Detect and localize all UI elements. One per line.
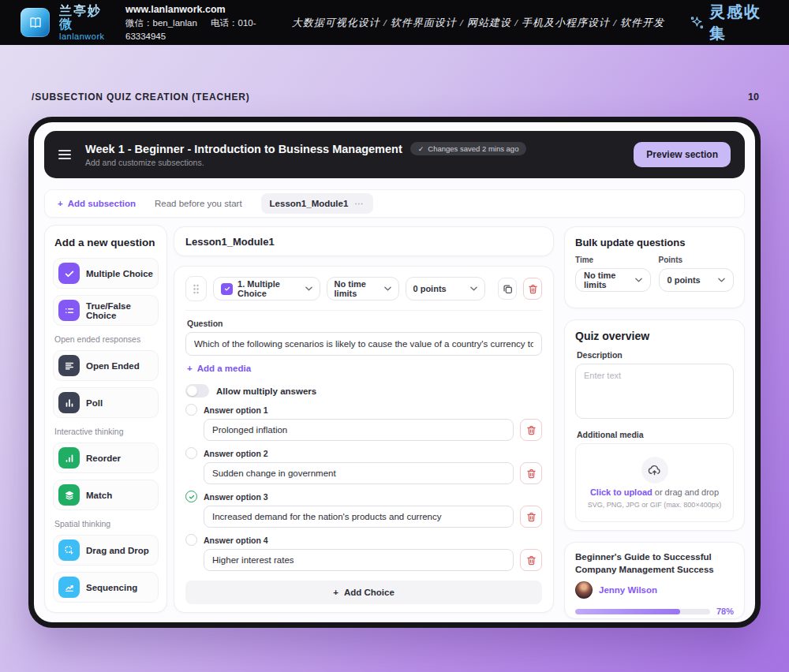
tab-read-before-you-start[interactable]: Read before you start bbox=[155, 199, 242, 208]
section-header: Week 1 - Beginner - Introduction to Busi… bbox=[44, 131, 745, 178]
delete-answer-2-button[interactable] bbox=[520, 462, 542, 484]
avatar bbox=[575, 581, 593, 599]
chevron-down-icon bbox=[635, 278, 642, 282]
app-frame: Week 1 - Beginner - Introduction to Busi… bbox=[28, 117, 761, 628]
allow-multiple-row: Allow multiply answers bbox=[185, 384, 542, 398]
answer-2-radio[interactable] bbox=[185, 447, 197, 459]
question-types-sidebar: Add a new question Multiple Choice True/… bbox=[44, 225, 167, 613]
ascending-bars-icon bbox=[58, 447, 80, 469]
answer-option-3-head: Answer option 3 bbox=[185, 491, 542, 502]
progress-fill bbox=[575, 609, 680, 614]
check-icon bbox=[189, 494, 195, 500]
subsection-tabs: + Add subsection Read before you start L… bbox=[44, 189, 745, 218]
delete-answer-1-button[interactable] bbox=[520, 419, 542, 441]
sparkle-icon bbox=[690, 14, 705, 32]
text-lines-icon bbox=[58, 355, 80, 376]
group-heading-spatial: Spatial thinking bbox=[54, 519, 159, 528]
answer-1-input[interactable] bbox=[204, 419, 514, 441]
chevron-down-icon bbox=[718, 278, 725, 282]
question-label: Question bbox=[187, 319, 542, 328]
question-input[interactable] bbox=[185, 332, 542, 356]
answer-option-2-row bbox=[204, 462, 542, 484]
bulk-update-card: Bulk update questions Time No time limit… bbox=[564, 226, 745, 308]
trash-icon bbox=[528, 284, 538, 294]
answer-3-input[interactable] bbox=[204, 506, 514, 528]
module-title-box[interactable]: Lesson1_Module1 bbox=[174, 226, 554, 256]
page: { "colors": { "accent_purple": "#7c55f2"… bbox=[0, 0, 789, 672]
chevron-down-icon bbox=[470, 286, 477, 291]
answer-1-radio[interactable] bbox=[185, 404, 197, 416]
delete-answer-4-button[interactable] bbox=[520, 549, 542, 571]
drag-handle[interactable] bbox=[185, 276, 207, 301]
description-textarea[interactable] bbox=[575, 364, 734, 419]
add-subsection-button[interactable]: + Add subsection bbox=[58, 199, 136, 208]
points-value: 0 points bbox=[413, 284, 466, 293]
section-subtitle: Add and customize subsections. bbox=[85, 158, 526, 167]
sidebar-heading: Add a new question bbox=[54, 237, 159, 248]
author-name[interactable]: Jenny Wilson bbox=[599, 585, 657, 595]
trash-icon bbox=[526, 512, 537, 522]
tab-active-label: Lesson1_Module1 bbox=[270, 199, 349, 208]
sidebar-item-match[interactable]: Match bbox=[53, 480, 159, 510]
answer-4-radio[interactable] bbox=[185, 534, 197, 546]
trash-icon bbox=[526, 425, 537, 435]
answer-option-4-head: Answer option 4 bbox=[185, 534, 542, 546]
more-options-icon[interactable]: ⋯ bbox=[354, 198, 365, 209]
brand-name-cn: 兰亭妙微 bbox=[59, 4, 108, 32]
wechat-id: 微信：ben_lanlan bbox=[125, 18, 197, 28]
add-choice-button[interactable]: + Add Choice bbox=[185, 581, 542, 604]
collection-title: 灵感收集 bbox=[709, 2, 768, 44]
group-heading-open-ended: Open ended responses bbox=[54, 334, 159, 344]
tab-lesson1-module1[interactable]: Lesson1_Module1 ⋯ bbox=[261, 193, 373, 214]
sidebar-item-poll[interactable]: Poll bbox=[53, 387, 159, 418]
preview-section-button[interactable]: Preview section bbox=[634, 142, 731, 167]
menu-icon[interactable] bbox=[58, 150, 71, 159]
chevron-down-icon bbox=[305, 286, 312, 291]
sidebar-item-sequencing[interactable]: Sequencing bbox=[53, 572, 159, 603]
copy-icon bbox=[503, 284, 513, 294]
sidebar-item-open-ended[interactable]: Open Ended bbox=[53, 350, 159, 381]
page-number: 10 bbox=[748, 91, 759, 103]
chevron-down-icon bbox=[384, 286, 391, 291]
answers-list: Answer option 1 Answer option 2 bbox=[185, 404, 542, 571]
bulk-time-select[interactable]: No time limits bbox=[575, 268, 651, 292]
answer-2-input[interactable] bbox=[204, 462, 514, 484]
progress-row: 78% bbox=[575, 607, 734, 616]
collection-block: 灵感收集 bbox=[690, 2, 768, 44]
progress-percentage: 78% bbox=[716, 607, 734, 616]
sidebar-item-multiple-choice[interactable]: Multiple Choice bbox=[53, 258, 159, 289]
brand-logo-icon bbox=[21, 8, 50, 37]
delete-answer-3-button[interactable] bbox=[520, 506, 542, 528]
upload-rest-text: or drag and drop bbox=[653, 487, 719, 497]
plus-icon: + bbox=[333, 588, 338, 597]
duplicate-question-button[interactable] bbox=[498, 278, 517, 300]
question-type-select[interactable]: 1. Multiple Choice bbox=[213, 277, 320, 301]
add-media-link[interactable]: + Add a media bbox=[187, 364, 251, 373]
saved-badge-text: Changes saved 2 mins ago bbox=[428, 144, 518, 153]
services-list: 大数据可视化设计 / 软件界面设计 / 网站建设 / 手机及小程序设计 / 软件… bbox=[292, 16, 664, 30]
time-limit-select[interactable]: No time limits bbox=[327, 277, 399, 301]
points-select[interactable]: 0 points bbox=[406, 277, 486, 301]
answer-4-input[interactable] bbox=[204, 549, 514, 571]
add-subsection-label: Add subsection bbox=[68, 199, 136, 208]
delete-question-button[interactable] bbox=[523, 278, 542, 300]
trash-icon bbox=[526, 469, 537, 479]
media-upload-dropzone[interactable]: Click to upload or drag and drop SVG, PN… bbox=[575, 443, 734, 522]
answer-3-radio-correct[interactable] bbox=[185, 491, 197, 502]
trash-icon bbox=[526, 555, 537, 566]
sidebar-item-true-false[interactable]: True/False Choice bbox=[53, 295, 159, 326]
allow-multiple-toggle[interactable] bbox=[185, 384, 209, 398]
contact-block: www.lanlanwork.com 微信：ben_lanlan 电话：010-… bbox=[125, 2, 282, 43]
sidebar-item-reorder[interactable]: Reorder bbox=[53, 442, 159, 473]
question-toolbar: 1. Multiple Choice No time limits 0 poin… bbox=[185, 276, 542, 311]
changes-saved-badge: ✓ Changes saved 2 mins ago bbox=[410, 142, 527, 155]
progress-bar bbox=[575, 609, 710, 614]
bulk-points-select[interactable]: 0 points bbox=[659, 268, 735, 292]
section-title: Week 1 - Beginner - Introduction to Busi… bbox=[85, 143, 402, 155]
click-to-upload-link[interactable]: Click to upload bbox=[590, 487, 653, 497]
brand-name: 兰亭妙微 lanlanwork bbox=[59, 4, 108, 41]
top-banner: 兰亭妙微 lanlanwork www.lanlanwork.com 微信：be… bbox=[0, 0, 789, 45]
sidebar-item-drag-and-drop[interactable]: Drag and Drop bbox=[53, 535, 159, 566]
question-type-value: 1. Multiple Choice bbox=[237, 279, 300, 298]
upload-hint: SVG, PNG, JPG or GIF (max. 800×400px) bbox=[588, 501, 721, 509]
